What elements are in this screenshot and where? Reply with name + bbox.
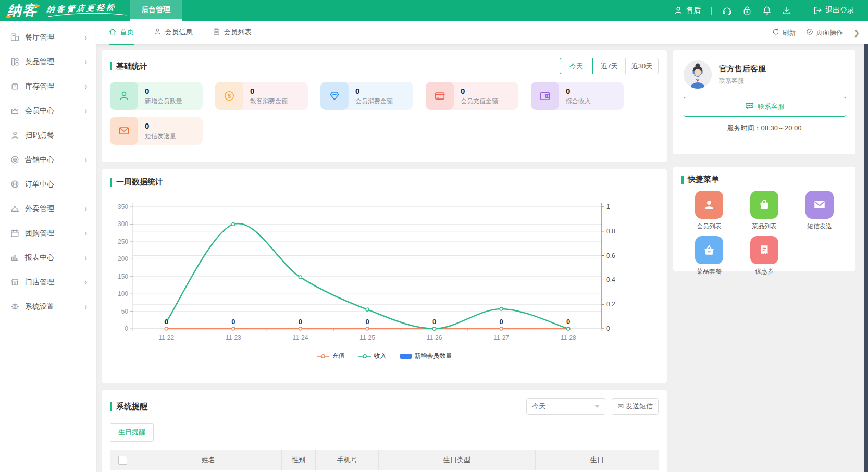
sidebar-item-members[interactable]: 会员中心›: [0, 98, 96, 123]
divider: [711, 7, 712, 15]
sidebar-item-orders[interactable]: 订单中心: [0, 172, 96, 196]
stat-card-sms-sent: 0短信发送量: [110, 117, 203, 145]
quick-dish-list[interactable]: 菜品列表: [750, 191, 778, 231]
stat-card-member-spend: 0会员消费金额: [320, 82, 413, 110]
sidebar-item-dishes[interactable]: 菜品管理›: [0, 49, 96, 74]
logout-button[interactable]: 退出登录: [813, 6, 854, 15]
service-subtitle: 联系客服: [719, 77, 766, 85]
tab-member-list[interactable]: 会员列表: [213, 20, 252, 45]
sidebar-item-stores[interactable]: 门店管理›: [0, 270, 96, 294]
svg-text:11-28: 11-28: [561, 334, 576, 341]
customer-service-panel: 官方售后客服 联系客服 联系客服 服务时间：08:30～20:00: [673, 50, 855, 154]
filter-today[interactable]: 今天: [560, 58, 593, 74]
sidebar-item-settings[interactable]: 系统设置›: [0, 294, 96, 319]
inventory-icon: [10, 82, 19, 91]
bar-chart-icon: [10, 253, 19, 262]
stats-title: 基础统计: [116, 61, 147, 71]
service-hours: 服务时间：08:30～20:00: [684, 123, 845, 133]
service-title: 官方售后客服: [719, 64, 766, 74]
col-gender: 性别: [282, 450, 316, 470]
notifications-button[interactable]: [762, 6, 772, 15]
send-sms-button[interactable]: ✉ 发送短信: [612, 398, 659, 415]
aftersale-button[interactable]: 售后: [674, 6, 701, 15]
coupon-icon: [750, 236, 778, 264]
birthday-reminder-tab[interactable]: 生日提醒: [110, 423, 154, 442]
quick-dish-combo[interactable]: 菜品套餐: [695, 236, 723, 276]
stat-card-new-members: 0新增会员数量: [110, 82, 203, 110]
logo-accent: [34, 5, 40, 7]
vertical-scrollbar[interactable]: [864, 44, 868, 472]
person-icon: [674, 6, 683, 15]
svg-text:0.8: 0.8: [606, 228, 615, 235]
table-header-row: 姓名 性别 手机号 生日类型 生日: [110, 450, 659, 470]
quick-sms-send[interactable]: 短信发送: [805, 191, 834, 231]
chevron-right-icon: ›: [85, 106, 87, 115]
svg-text:150: 150: [118, 273, 128, 280]
tab-home[interactable]: 首页: [109, 20, 134, 45]
svg-text:0.4: 0.4: [606, 276, 615, 283]
nav-tab-admin[interactable]: 后台管理: [130, 0, 182, 21]
chevron-right-icon: ›: [85, 57, 87, 66]
svg-text:0: 0: [299, 318, 302, 326]
top-header: 纳客 纳客管店更轻松 后台管理 售后: [0, 0, 868, 21]
svg-text:0: 0: [432, 318, 436, 326]
reminder-range-select[interactable]: 今天: [526, 398, 605, 415]
member-list-icon: [695, 191, 723, 219]
legend-income[interactable]: 收入: [358, 352, 387, 361]
store-icon: [10, 278, 19, 287]
person-icon: [10, 131, 19, 140]
chevron-right-icon: ›: [85, 204, 87, 213]
line-chart-canvas: 00.20.40.60.8105010015020025030035011-22…: [110, 198, 657, 349]
tab-member-info[interactable]: 会员信息: [154, 20, 193, 45]
svg-text:50: 50: [121, 308, 129, 315]
quick-member-list[interactable]: 会员列表: [695, 191, 723, 231]
sidebar-item-restaurant[interactable]: 餐厅管理›: [0, 25, 96, 49]
target-icon: [10, 155, 19, 164]
globe-icon: [10, 180, 19, 189]
table-empty-state: 无数据: [110, 470, 659, 472]
sidebar-item-groupbuy[interactable]: 团购管理›: [0, 221, 96, 245]
crown-icon: [10, 106, 19, 115]
quick-coupon[interactable]: 优惠券: [750, 236, 778, 276]
download-button[interactable]: [782, 6, 791, 15]
svg-text:11-27: 11-27: [493, 334, 509, 341]
restaurant-icon: [10, 33, 19, 42]
chat-icon: [745, 102, 754, 111]
envelope-icon: ✉: [617, 402, 624, 411]
contact-service-button[interactable]: 联系客服: [684, 97, 846, 117]
sidebar-item-takeout[interactable]: 外卖管理›: [0, 196, 96, 221]
sidebar-item-marketing[interactable]: 营销中心›: [0, 147, 96, 172]
sidebar-item-reports[interactable]: 报表中心›: [0, 245, 96, 270]
chart-legend: 充值 收入 新增会员数量: [110, 352, 659, 361]
sidebar-item-inventory[interactable]: 库存管理›: [0, 74, 96, 98]
svg-text:11-25: 11-25: [359, 334, 375, 341]
diamond-icon: [320, 82, 349, 110]
envelope-icon: [805, 191, 834, 219]
logo-text: 纳客: [7, 1, 38, 20]
page-ops-button[interactable]: 页面操作: [806, 28, 843, 38]
envelope-icon: [110, 117, 138, 145]
svg-text:0: 0: [125, 325, 128, 332]
reminder-title: 系统提醒: [116, 402, 147, 412]
member-add-icon: [110, 82, 138, 110]
chevron-right-icon[interactable]: ❯: [853, 29, 860, 37]
stat-card-member-recharge: 0会员充值金额: [426, 82, 518, 110]
title-bar: [110, 402, 112, 411]
brand-logo: 纳客: [0, 1, 38, 20]
aftersale-label: 售后: [686, 6, 701, 15]
select-all-checkbox[interactable]: [118, 456, 127, 465]
filter-30days[interactable]: 近30天: [625, 58, 659, 74]
shopping-bag-icon: [750, 191, 778, 219]
filter-7days[interactable]: 近7天: [592, 58, 626, 74]
logout-icon: [813, 6, 822, 15]
dishes-icon: [10, 57, 19, 66]
legend-recharge[interactable]: 充值: [317, 352, 345, 361]
logout-label: 退出登录: [825, 6, 854, 15]
refresh-button[interactable]: 刷新: [772, 28, 796, 38]
support-headset-button[interactable]: [722, 6, 732, 16]
lock-screen-button[interactable]: [742, 6, 752, 15]
legend-new-members[interactable]: 新增会员数量: [400, 352, 452, 361]
title-bar: [681, 176, 684, 184]
col-birthday: 生日: [536, 450, 659, 470]
sidebar-item-scan-order[interactable]: 扫码点餐: [0, 123, 96, 147]
